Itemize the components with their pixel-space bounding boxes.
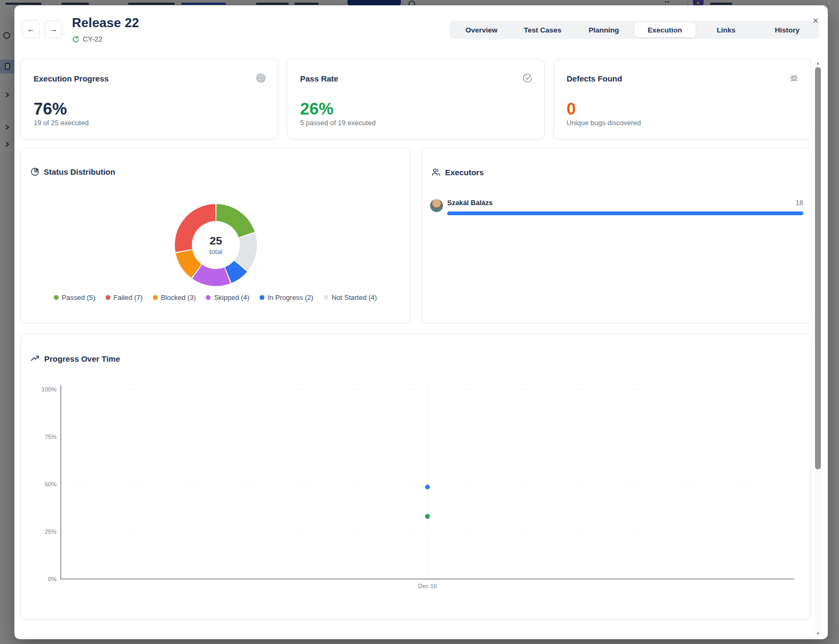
target-icon bbox=[256, 73, 266, 85]
y-axis-tick: 50% bbox=[45, 481, 57, 487]
legend-dot bbox=[54, 295, 59, 300]
stat-value: 76% bbox=[34, 100, 67, 119]
release-key-label: CY-22 bbox=[83, 35, 102, 43]
scrollbar: ▲ ▼ bbox=[814, 60, 821, 637]
tab-planning[interactable]: Planning bbox=[573, 22, 634, 37]
legend-dot bbox=[106, 295, 110, 300]
y-axis-tick: 100% bbox=[42, 386, 57, 393]
scroll-up-arrow[interactable]: ▲ bbox=[814, 60, 821, 67]
executor-bar bbox=[447, 211, 803, 215]
card-header: Progress Over Time bbox=[30, 354, 120, 363]
status-donut-chart: 25 total bbox=[171, 200, 261, 290]
executor-count: 18 bbox=[796, 199, 803, 207]
legend-label: In Progress (2) bbox=[268, 294, 313, 301]
legend-item-in-progress: In Progress (2) bbox=[260, 294, 313, 301]
avatar bbox=[430, 199, 443, 212]
bug-icon bbox=[789, 73, 799, 85]
legend-dot bbox=[206, 295, 211, 300]
legend-label: Not Started (4) bbox=[332, 294, 377, 301]
card-title: Status Distribution bbox=[44, 167, 115, 176]
legend-label: Passed (5) bbox=[62, 294, 95, 301]
y-axis-tick: 25% bbox=[45, 528, 57, 535]
status-legend: Passed (5)Failed (7)Blocked (3)Skipped (… bbox=[21, 294, 410, 301]
release-key: CY-22 bbox=[72, 35, 102, 43]
defects-found-card: Defects Found 0 Unique bugs discovered bbox=[553, 59, 811, 140]
stat-value: 0 bbox=[567, 100, 576, 119]
executors-card: Executors Szakál Balázs18 bbox=[421, 148, 811, 323]
tab-links[interactable]: Links bbox=[696, 22, 757, 37]
donut-segment-passed bbox=[216, 204, 255, 237]
legend-label: Blocked (3) bbox=[161, 294, 196, 301]
executor-name: Szakál Balázs bbox=[447, 199, 493, 207]
close-icon[interactable]: ✕ bbox=[809, 14, 822, 28]
legend-dot bbox=[324, 295, 328, 300]
card-header: Status Distribution bbox=[30, 167, 115, 176]
pass-rate-card: Pass Rate 26% 5 passed of 19 executed bbox=[287, 59, 545, 140]
legend-item-skipped: Skipped (4) bbox=[206, 294, 249, 301]
data-point-green bbox=[425, 514, 430, 519]
y-axis-tick: 75% bbox=[45, 434, 57, 440]
scrollbar-thumb[interactable] bbox=[815, 67, 821, 469]
card-title: Progress Over Time bbox=[44, 354, 120, 363]
legend-item-blocked: Blocked (3) bbox=[153, 294, 196, 301]
check-circle-icon bbox=[522, 73, 533, 85]
progress-over-time-card: Progress Over Time 0%25%50%75%100%Dec 16 bbox=[20, 334, 811, 619]
dialog-tabs: OverviewTest CasesPlanningExecutionLinks… bbox=[449, 21, 819, 39]
legend-dot bbox=[260, 295, 264, 300]
card-title: Execution Progress bbox=[34, 74, 265, 83]
legend-dot bbox=[153, 295, 158, 300]
trending-up-icon bbox=[30, 354, 40, 363]
dialog-content: Execution Progress 76% 19 of 25 executed… bbox=[20, 59, 811, 619]
legend-label: Skipped (4) bbox=[214, 294, 249, 301]
scroll-down-arrow[interactable]: ▼ bbox=[814, 631, 821, 637]
executor-row: Szakál Balázs18 bbox=[430, 199, 803, 215]
tab-overview[interactable]: Overview bbox=[451, 22, 512, 37]
tab-execution[interactable]: Execution bbox=[634, 22, 696, 37]
legend-item-passed: Passed (5) bbox=[54, 294, 95, 301]
legend-item-failed: Failed (7) bbox=[106, 294, 143, 301]
cycle-refresh-icon bbox=[72, 36, 79, 43]
card-title: Defects Found bbox=[567, 74, 798, 83]
forward-button[interactable]: → bbox=[44, 20, 62, 38]
tab-test-cases[interactable]: Test Cases bbox=[512, 22, 574, 37]
legend-item-not-started: Not Started (4) bbox=[324, 294, 377, 301]
execution-progress-card: Execution Progress 76% 19 of 25 executed bbox=[20, 59, 278, 140]
x-axis-tick: Dec 16 bbox=[418, 583, 437, 589]
card-title: Executors bbox=[445, 168, 484, 177]
page-title: Release 22 bbox=[72, 15, 139, 30]
card-title: Pass Rate bbox=[300, 74, 531, 83]
data-point-blue bbox=[425, 485, 430, 490]
executor-list: Szakál Balázs18 bbox=[430, 199, 803, 215]
y-axis-tick: 0% bbox=[48, 576, 57, 582]
stat-cards-row: Execution Progress 76% 19 of 25 executed… bbox=[20, 59, 811, 140]
pie-chart-icon bbox=[30, 167, 39, 176]
users-icon bbox=[431, 167, 441, 177]
back-button[interactable]: ← bbox=[22, 20, 40, 38]
donut-segment-failed bbox=[175, 204, 215, 252]
card-header: Executors bbox=[431, 167, 484, 177]
stat-subtitle: Unique bugs discovered bbox=[567, 119, 641, 127]
stat-subtitle: 19 of 25 executed bbox=[34, 119, 88, 127]
stat-subtitle: 5 passed of 19 executed bbox=[300, 119, 376, 127]
middle-row: Status Distribution 25 total Passed (5)F… bbox=[20, 148, 811, 323]
progress-scatter-chart: 0%25%50%75%100%Dec 16 bbox=[31, 374, 805, 594]
release-dialog: ← → Release 22 CY-22 OverviewTest CasesP… bbox=[14, 5, 828, 639]
legend-label: Failed (7) bbox=[114, 294, 143, 301]
stat-value: 26% bbox=[300, 100, 334, 119]
executor-main: Szakál Balázs18 bbox=[447, 199, 803, 215]
status-distribution-card: Status Distribution 25 total Passed (5)F… bbox=[20, 148, 410, 323]
